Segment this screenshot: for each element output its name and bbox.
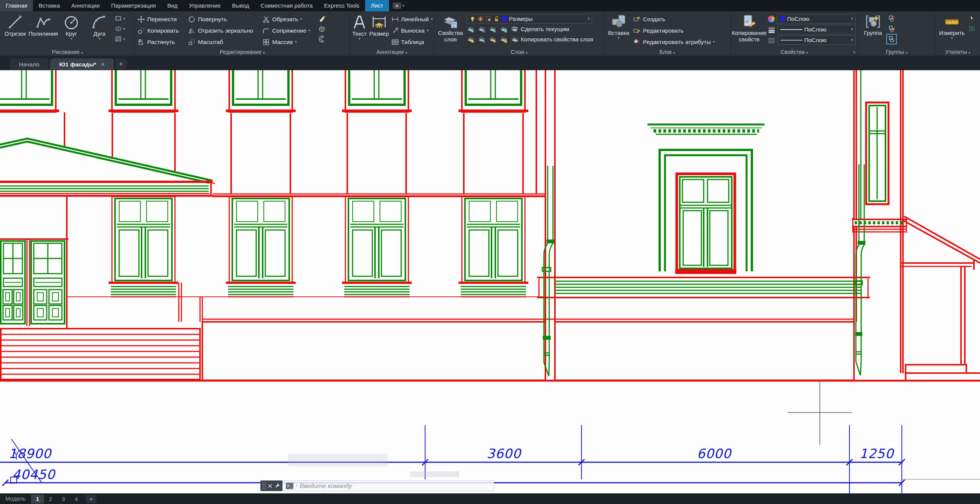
- layer-match-icon[interactable]: [478, 36, 485, 43]
- dimension-button[interactable]: Размер: [369, 13, 389, 37]
- layout-tab-1[interactable]: 1: [31, 494, 44, 504]
- match-properties-icon: [741, 14, 757, 29]
- offset-button[interactable]: [318, 35, 326, 43]
- layer-unlock-all-icon[interactable]: [500, 36, 508, 43]
- ribbon-display-button[interactable]: ▦ ▾: [393, 0, 405, 11]
- arc-button[interactable]: Дуга ▾: [86, 13, 112, 41]
- copy-button[interactable]: Копировать: [137, 25, 179, 36]
- mirror-button[interactable]: Отразить зеркально: [188, 25, 253, 36]
- insert-block-button[interactable]: Вставка ▾: [606, 13, 631, 40]
- polyline-button[interactable]: Полилиния: [30, 13, 56, 37]
- text-button[interactable]: Текст ▾: [352, 13, 367, 41]
- drawing-tab-start[interactable]: Начало: [10, 59, 49, 70]
- command-bar-grip[interactable]: [260, 480, 282, 491]
- drawing-tab-bar: Начало Ю1 фасады* × +: [0, 56, 980, 70]
- current-layer-value: Размеры: [509, 16, 585, 22]
- quick-select-icon[interactable]: [968, 15, 976, 22]
- match-properties-button[interactable]: Копирование свойств: [733, 13, 765, 43]
- panel-label-block[interactable]: Блок ▾: [604, 49, 730, 55]
- line-icon: [7, 14, 23, 30]
- door-leaf: [31, 241, 65, 324]
- match-layer-button[interactable]: Копировать свойства слоя: [511, 35, 593, 44]
- rotate-button[interactable]: Повернуть: [188, 14, 253, 24]
- drawing-canvas[interactable]: .sr{stroke:var(--red);fill:none}.sg{stro…: [0, 70, 980, 493]
- dim-text-3600[interactable]: 3600: [487, 446, 521, 461]
- layer-combobox[interactable]: Размеры ▾: [467, 14, 592, 24]
- menu-tab-vid[interactable]: Вид: [162, 0, 183, 11]
- ellipse-tool-button[interactable]: ▾: [115, 25, 125, 33]
- ungroup-icon[interactable]: [888, 15, 896, 22]
- group-edit-icon[interactable]: [888, 25, 896, 33]
- menu-tab-glavnaya[interactable]: Главная: [0, 0, 33, 11]
- menu-tab-list[interactable]: Лист: [365, 0, 389, 11]
- leader-button[interactable]: Выноска▾: [391, 25, 433, 36]
- line-button[interactable]: Отрезок: [2, 13, 28, 37]
- panel-layers: Свойства слоя Размеры ▾ Сделат: [434, 11, 604, 56]
- dim-text-18900[interactable]: 18900: [8, 446, 51, 461]
- rectangle-tool-button[interactable]: ▾: [115, 15, 125, 22]
- fillet-button[interactable]: Сопряжение▾: [262, 25, 310, 36]
- panel-label-utilities[interactable]: Утилиты ▾: [935, 49, 980, 55]
- measure-button[interactable]: Измерить ▾: [938, 13, 966, 40]
- erase-button[interactable]: [318, 15, 326, 22]
- table-button[interactable]: Таблица: [391, 37, 433, 47]
- dim-text-6000[interactable]: 6000: [697, 446, 732, 461]
- explode-button[interactable]: [318, 25, 326, 33]
- menu-tab-vyvod[interactable]: Вывод: [226, 0, 255, 11]
- layer-isolate-icon[interactable]: [467, 25, 474, 33]
- layout-tab-4[interactable]: 4: [70, 494, 83, 504]
- layer-thaw-all-icon[interactable]: [489, 36, 496, 43]
- new-layout-button[interactable]: +: [86, 495, 96, 503]
- ribbon-display-icon: ▦: [393, 3, 401, 9]
- array-button[interactable]: Массив▾: [262, 37, 310, 47]
- edit-attributes-button[interactable]: Редактировать атрибуты▾: [633, 37, 715, 47]
- drawing-tab-facades[interactable]: Ю1 фасады* ×: [50, 59, 114, 70]
- menu-tab-express-tools[interactable]: Express Tools: [318, 0, 365, 11]
- object-color-combobox[interactable]: ПоСлою ▾: [777, 14, 856, 24]
- layout-tab-2[interactable]: 2: [44, 494, 57, 504]
- close-icon[interactable]: [267, 483, 272, 488]
- panel-label-modify[interactable]: Редактирование ▾: [135, 49, 349, 55]
- trim-button[interactable]: Обрезать▾: [262, 14, 310, 24]
- linetype-combobox[interactable]: ПоСлою ▾: [778, 35, 856, 45]
- select-all-icon[interactable]: [968, 25, 976, 33]
- layer-properties-button[interactable]: Свойства слоя: [436, 13, 465, 43]
- close-tab-icon[interactable]: ×: [101, 59, 105, 70]
- group-selection-toggle[interactable]: [888, 35, 896, 43]
- insert-block-icon: [610, 14, 627, 29]
- create-block-button[interactable]: Создать: [633, 14, 715, 24]
- dim-text-40450[interactable]: 40450: [12, 467, 55, 482]
- layer-off-icon[interactable]: [467, 36, 474, 43]
- scale-button[interactable]: Масштаб: [188, 37, 253, 47]
- menu-tab-sovmestnaya-rabota[interactable]: Совместная работа: [255, 0, 318, 11]
- menu-tab-upravlenie[interactable]: Управление: [183, 0, 226, 11]
- menu-tab-vstavka[interactable]: Вставка: [33, 0, 66, 11]
- new-drawing-tab-button[interactable]: +: [115, 59, 127, 69]
- edit-block-button[interactable]: Редактировать: [633, 25, 715, 36]
- panel-label-draw[interactable]: Рисование ▾: [0, 49, 135, 55]
- dialog-launcher-icon[interactable]: ⇘: [853, 49, 856, 54]
- move-button[interactable]: Перенести: [137, 14, 179, 24]
- lineweight-combobox[interactable]: ПоСлою ▾: [778, 25, 856, 34]
- layer-lock-icon[interactable]: [500, 25, 508, 33]
- layout-tab-3[interactable]: 3: [57, 494, 70, 504]
- wrench-icon[interactable]: [275, 483, 280, 489]
- arc-icon: [91, 14, 107, 30]
- dim-text-1250[interactable]: 1250: [859, 446, 894, 461]
- menu-tab-annotacii[interactable]: Аннотации: [66, 0, 105, 11]
- command-input[interactable]: >_ ▾ Введите команду: [282, 480, 494, 491]
- hatch-tool-button[interactable]: ▾: [115, 35, 125, 43]
- stretch-button[interactable]: Растянуть: [137, 37, 179, 47]
- panel-label-annotate[interactable]: Аннотации ▾: [350, 49, 434, 55]
- model-tab[interactable]: Модель: [0, 494, 31, 504]
- panel-label-layers[interactable]: Слои ▾: [434, 49, 604, 55]
- layer-unisolate-icon[interactable]: [478, 25, 485, 33]
- make-current-button[interactable]: Сделать текущим: [511, 25, 569, 34]
- layer-freeze-icon[interactable]: [489, 25, 496, 33]
- group-button[interactable]: Группа: [861, 13, 886, 36]
- linear-dim-button[interactable]: Линейный▾: [391, 14, 433, 24]
- menu-tab-parametrizaciya[interactable]: Параметризация: [105, 0, 162, 11]
- circle-button[interactable]: Круг ▾: [59, 13, 84, 41]
- panel-label-properties[interactable]: Свойства ▾: [731, 49, 858, 55]
- panel-label-groups[interactable]: Группы ▾: [858, 49, 935, 55]
